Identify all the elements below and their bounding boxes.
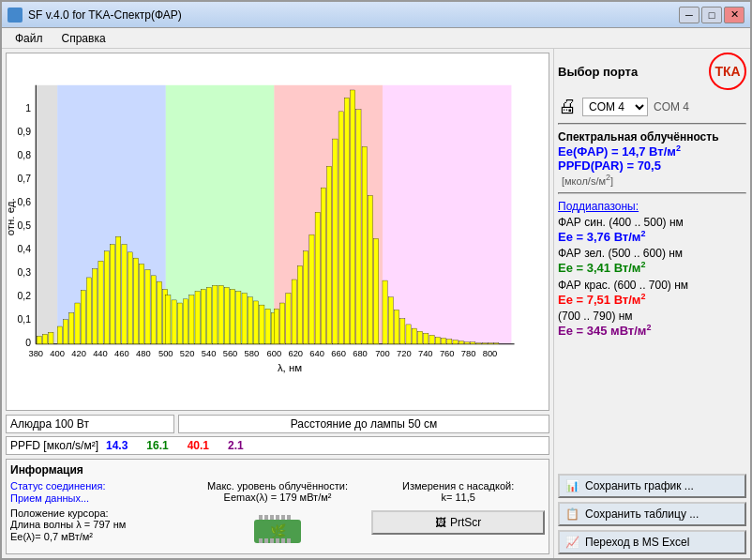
svg-rect-47 xyxy=(69,312,74,343)
svg-rect-65 xyxy=(172,300,176,344)
svg-rect-95 xyxy=(344,98,349,343)
svg-rect-44 xyxy=(49,332,53,343)
svg-rect-78 xyxy=(248,297,252,344)
svg-rect-54 xyxy=(110,245,114,344)
ppfd-blue-value: 14.3 xyxy=(106,439,128,452)
svg-rect-76 xyxy=(236,292,241,344)
svg-text:🌿: 🌿 xyxy=(270,523,287,539)
svg-rect-57 xyxy=(128,252,132,344)
save-chart-label: Сохранить график ... xyxy=(585,479,694,492)
svg-rect-53 xyxy=(104,251,109,344)
svg-rect-99 xyxy=(368,195,372,343)
ms-excel-button[interactable]: 📈 Переход в MS Excel xyxy=(558,530,746,554)
connection-status-row: Статус соединения: xyxy=(10,480,184,492)
svg-rect-42 xyxy=(37,336,41,343)
save-chart-button[interactable]: 📊 Сохранить график ... xyxy=(558,474,746,498)
svg-rect-66 xyxy=(177,303,182,344)
svg-rect-93 xyxy=(333,139,338,344)
svg-rect-127 xyxy=(281,515,285,520)
svg-text:0,1: 0,1 xyxy=(18,314,32,325)
com-port-select[interactable]: COM 4 COM 1 COM 2 COM 3 xyxy=(582,98,648,116)
svg-rect-125 xyxy=(270,515,274,520)
close-button[interactable]: ✕ xyxy=(724,7,744,23)
svg-rect-89 xyxy=(309,235,314,344)
svg-rect-71 xyxy=(206,287,211,343)
svg-rect-64 xyxy=(166,295,171,344)
svg-text:0,3: 0,3 xyxy=(18,267,32,278)
svg-rect-106 xyxy=(412,328,416,344)
svg-rect-87 xyxy=(297,265,302,343)
cursor-wavelength: Длина волны λ = 797 нм xyxy=(10,519,126,530)
save-table-icon: 📋 xyxy=(565,507,579,521)
svg-rect-68 xyxy=(189,295,194,344)
svg-rect-100 xyxy=(374,238,379,343)
svg-rect-123 xyxy=(259,515,263,520)
menu-file[interactable]: Файл xyxy=(6,30,53,47)
lamp-input[interactable] xyxy=(6,415,174,433)
connection-value: Прием данных... xyxy=(10,492,89,504)
menu-bar: Файл Справка xyxy=(2,28,750,49)
range-blue: ФАР син. (400 .. 500) нм Ee = 3,76 Вт/м2 xyxy=(558,216,746,244)
ee-purple-value: Ee = 345 мВт/м2 xyxy=(558,323,746,338)
svg-rect-130 xyxy=(264,538,268,543)
port-label-group: Выбор порта xyxy=(558,65,638,79)
svg-text:400: 400 xyxy=(50,349,65,358)
svg-rect-73 xyxy=(218,285,223,343)
max-irr-value: Eemax(λ) = 179 мВт/м² xyxy=(191,492,365,503)
menu-help[interactable]: Справка xyxy=(53,30,115,47)
title-bar: SF v.4.0 for TKA-Спектр(ФАР) ─ □ ✕ xyxy=(2,2,750,28)
svg-rect-91 xyxy=(321,188,325,344)
port-row: Выбор порта ТКА xyxy=(558,53,746,90)
svg-rect-74 xyxy=(224,287,229,343)
svg-rect-84 xyxy=(280,303,285,344)
svg-text:660: 660 xyxy=(331,349,346,358)
subranges-label[interactable]: Поддиапазоны: xyxy=(558,200,639,213)
svg-rect-56 xyxy=(122,245,127,344)
save-table-button[interactable]: 📋 Сохранить таблицу ... xyxy=(558,502,746,526)
prtscr-button[interactable]: 🖼 PrtScr xyxy=(371,510,545,535)
svg-rect-126 xyxy=(276,515,279,520)
connection-value-row: Прием данных... xyxy=(10,492,184,504)
left-panel: 0 0,1 0,2 0,3 0,4 0,5 0,6 0,7 0,8 0,9 1 … xyxy=(2,49,553,558)
maximize-button[interactable]: □ xyxy=(701,7,722,23)
ee-green-value: Ee = 3,41 Вт/м2 xyxy=(558,260,746,275)
minimize-button[interactable]: ─ xyxy=(679,7,699,23)
cursor-wave-row: Длина волны λ = 797 нм xyxy=(10,519,184,530)
svg-rect-104 xyxy=(400,319,405,344)
range-red-label: ФАР крас. (600 .. 700) нм xyxy=(558,279,746,292)
svg-rect-59 xyxy=(140,264,144,343)
svg-rect-43 xyxy=(43,334,48,343)
tka-logo: ТКА xyxy=(709,53,746,90)
svg-rect-112 xyxy=(447,340,452,344)
window-title: SF v.4.0 for TKA-Спектр(ФАР) xyxy=(28,8,182,22)
chart-area: 0 0,1 0,2 0,3 0,4 0,5 0,6 0,7 0,8 0,9 1 … xyxy=(6,53,549,411)
info-bottom: Статус соединения: Прием данных... Полож… xyxy=(10,480,545,550)
svg-rect-108 xyxy=(424,333,429,343)
save-chart-icon: 📊 xyxy=(565,479,579,492)
svg-rect-46 xyxy=(63,320,68,344)
svg-rect-107 xyxy=(417,331,422,344)
svg-rect-103 xyxy=(394,310,399,343)
ppfd-row: PPFD [мкол/s/м²] 14.3 16.1 40.1 2.1 xyxy=(6,436,549,455)
svg-rect-117 xyxy=(476,343,481,344)
title-bar-left: SF v.4.0 for TKA-Спектр(ФАР) xyxy=(8,8,182,23)
app-icon xyxy=(8,8,23,23)
distance-input[interactable] xyxy=(178,415,549,433)
svg-text:480: 480 xyxy=(136,349,151,358)
svg-rect-60 xyxy=(145,270,150,344)
prtscr-label: PrtScr xyxy=(450,516,481,529)
info-left: Статус соединения: Прием данных... Полож… xyxy=(10,480,184,543)
svg-text:0,2: 0,2 xyxy=(18,291,32,301)
svg-text:0,6: 0,6 xyxy=(18,197,32,207)
range-purple: (700 .. 790) нм Ee = 345 мВт/м2 xyxy=(558,310,746,338)
ppfd-par-value: PPFD(PAR) = 70,5 xyxy=(558,159,746,173)
svg-text:540: 540 xyxy=(202,349,217,358)
spectrum-chart: 0 0,1 0,2 0,3 0,4 0,5 0,6 0,7 0,8 0,9 1 … xyxy=(7,53,549,410)
svg-text:отн. ед.: отн. ед. xyxy=(7,198,16,235)
info-panel: Информация Статус соединения: Прием данн… xyxy=(6,459,549,554)
range-green-label: ФАР зел. (500 .. 600) нм xyxy=(558,247,746,260)
svg-text:700: 700 xyxy=(375,349,390,358)
svg-rect-128 xyxy=(287,515,291,520)
com-label: COM 4 xyxy=(654,100,689,114)
svg-rect-4 xyxy=(383,85,511,344)
